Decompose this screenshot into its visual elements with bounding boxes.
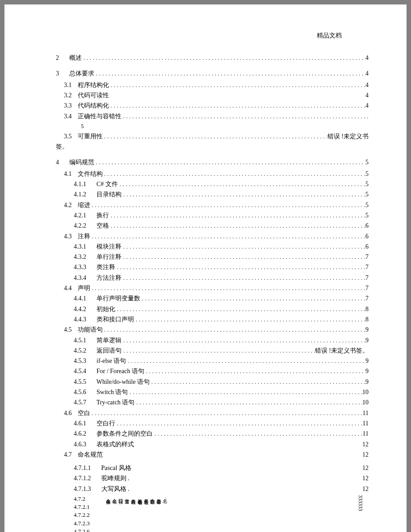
- toc-leader-dots: ........................................…: [103, 170, 366, 178]
- toc-entry: 4.1 文件结构................................…: [64, 170, 369, 179]
- toc-entry: 4.6.2 参数条件之间的空白.........................…: [74, 429, 369, 438]
- toc-number: 3: [56, 69, 59, 78]
- toc-entry: 4.7.1.3 大写风格 .12: [74, 485, 369, 494]
- toc-page: 7: [365, 253, 369, 262]
- toc-label: 声明: [72, 284, 90, 293]
- toc-entry: 4.3.1 模块注释..............................…: [74, 242, 369, 251]
- toc-label: 大写风格 .: [91, 485, 130, 494]
- toc-label: 编码规范: [59, 158, 94, 167]
- toc-page: 9: [365, 357, 369, 366]
- toc-page: 错误 !未定义书: [327, 132, 369, 141]
- toc-leader-dots: ........................................…: [153, 430, 363, 438]
- toc-page: 错误 !未定义书签。: [315, 346, 369, 355]
- toc-number: 3.1: [64, 81, 72, 90]
- toc-label: 概述: [59, 54, 82, 62]
- toc-entry: 3.4 正确性与容错性.............................…: [64, 112, 369, 121]
- toc-label: 表格式的样式: [86, 440, 134, 449]
- toc-label: Switch 语句: [86, 388, 128, 397]
- toc-entry: 4.3.3 类注释...............................…: [74, 263, 369, 272]
- toc-leader-dots: ........................................…: [115, 306, 365, 313]
- toc-leader-dots: ........................................…: [109, 212, 365, 220]
- toc-page: 10: [362, 388, 369, 397]
- toc-entry: 4.2.2 空格................................…: [74, 221, 369, 230]
- vertical-num: 4.7.2.3: [74, 520, 90, 528]
- toc-page: 5: [365, 180, 369, 189]
- toc-page: 5: [365, 201, 369, 210]
- toc-page: 6: [365, 242, 369, 251]
- vertical-column: 类命名: [131, 495, 136, 501]
- toc-label: 正确性与容错性: [72, 112, 122, 121]
- toc-leader-dots: ........................................…: [103, 326, 366, 334]
- toc-number: 3.2: [64, 91, 72, 100]
- toc-entry: 4.1.1 C# 文件.............................…: [74, 180, 369, 189]
- toc-entry: 4.5.3 if-else 语句........................…: [74, 357, 369, 366]
- toc-page: 4: [365, 101, 369, 110]
- toc-label: if-else 语句: [86, 357, 126, 366]
- toc-page: 12: [362, 474, 369, 483]
- toc-number: 4.3.4: [74, 274, 86, 283]
- toc-number: 4.7.1.2: [74, 474, 91, 483]
- toc-label: 类注释: [86, 263, 115, 272]
- vertical-column: 枚举命名: [137, 495, 143, 501]
- vertical-column: 接口: [118, 495, 124, 501]
- toc-label: 命名规范: [72, 450, 103, 459]
- toc-page: 4: [365, 91, 369, 100]
- toc-number: 4.3.2: [74, 253, 86, 262]
- toc-number: 4.7.1.1: [74, 464, 91, 473]
- toc-entry: 4.5.5 While/do-while 语句.................…: [74, 378, 369, 387]
- toc-page: 9: [365, 367, 369, 376]
- toc-leader-dots: ........................................…: [94, 159, 365, 166]
- toc-page: 9: [365, 325, 369, 334]
- toc-leader-dots: ........................................…: [90, 233, 366, 241]
- toc-entry: 4.3.2 单行注释..............................…: [74, 253, 369, 262]
- toc-entry: 4.4.1 单行声明变量数...........................…: [74, 294, 369, 303]
- toc-page: 9: [365, 378, 369, 387]
- toc-label: While/do-while 语句: [86, 378, 150, 387]
- toc-number: 4.2: [64, 201, 72, 210]
- toc-entry: 4.7 命名规范12: [64, 450, 369, 459]
- toc-label: 方法注释: [86, 274, 122, 283]
- toc-label: 简单逻辑: [86, 336, 122, 345]
- toc-entry: 4.5 功能语句................................…: [64, 325, 369, 334]
- toc-label: 功能语句: [72, 325, 103, 334]
- toc-page: 11: [363, 419, 369, 428]
- toc-leader-dots: ........................................…: [140, 295, 365, 303]
- toc-label: 代码结构化: [72, 101, 109, 110]
- vertical-column: 举量命: [156, 495, 162, 501]
- toc-number: 4.4.1: [74, 294, 86, 303]
- toc-page: 5: [365, 158, 369, 167]
- toc-entry: 3 总体要求..................................…: [56, 69, 369, 78]
- toc-entry: 4.2 缩进..................................…: [64, 201, 369, 210]
- toc-entry: 4.5.7 Try-catch 语句......................…: [74, 398, 369, 407]
- toc-number: 4.5: [64, 325, 72, 334]
- vertical-column: 常量: [125, 495, 130, 501]
- toc-label: 程序结构化: [72, 81, 109, 90]
- toc-number: 4.5.2: [74, 346, 86, 355]
- toc-page: 4: [365, 69, 369, 78]
- toc-leader-dots: ........................................…: [118, 181, 365, 188]
- toc-leader-dots: ........................................…: [90, 285, 366, 292]
- toc-label: 目录结构: [86, 190, 122, 199]
- toc-wrap-text: 签。: [56, 142, 369, 151]
- toc-number: 4.2.2: [74, 221, 86, 230]
- vertical-column: 名:: [163, 495, 168, 501]
- table-of-contents: 2 概述....................................…: [56, 54, 369, 494]
- toc-entry: 4.4.2 初始化...............................…: [74, 305, 369, 314]
- toc-label: 空格: [86, 221, 109, 230]
- toc-page: 7: [365, 294, 369, 303]
- toc-entry: 4.7.1.1 Pascal 风格12: [74, 464, 369, 473]
- toc-label: 换行: [86, 211, 109, 220]
- toc-entry: 4.5.2 返回语句..............................…: [74, 346, 369, 355]
- toc-page: 7: [365, 284, 369, 293]
- toc-label: 单行注释: [86, 253, 122, 262]
- toc-sub-page: 5: [81, 122, 369, 131]
- toc-label: 类和接口声明: [86, 315, 134, 324]
- toc-number: 4.4.2: [74, 305, 86, 314]
- toc-number: 3.3: [64, 101, 72, 110]
- toc-label: 返回语句: [86, 346, 122, 355]
- toc-entry: 4.6.1 空白行...............................…: [74, 419, 369, 428]
- toc-label: 代码可读性: [72, 91, 109, 100]
- toc-entry: 4.6.3 表格式的样式12: [74, 440, 369, 449]
- toc-page: 7: [365, 274, 369, 283]
- toc-label: 注释: [72, 232, 90, 241]
